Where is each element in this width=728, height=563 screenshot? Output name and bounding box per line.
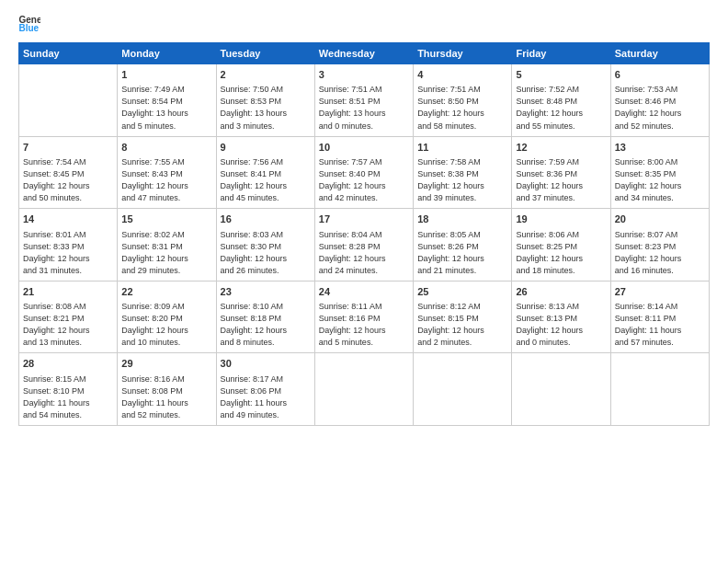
weekday-header-friday: Friday [512,43,610,64]
day-number: 2 [221,68,311,82]
calendar-cell: 21Sunrise: 8:08 AM Sunset: 8:21 PM Dayli… [19,281,118,353]
day-number: 29 [121,357,211,371]
day-info: Sunrise: 8:05 AM Sunset: 8:26 PM Dayligh… [417,229,507,277]
day-info: Sunrise: 8:02 AM Sunset: 8:31 PM Dayligh… [121,229,211,277]
calendar-cell: 11Sunrise: 7:58 AM Sunset: 8:38 PM Dayli… [414,136,512,209]
week-row-5: 28Sunrise: 8:15 AM Sunset: 8:10 PM Dayli… [19,353,710,426]
calendar-cell [512,353,610,426]
day-number: 12 [516,141,606,155]
calendar-cell: 23Sunrise: 8:10 AM Sunset: 8:18 PM Dayli… [216,281,314,353]
day-number: 6 [615,68,705,82]
calendar-cell: 27Sunrise: 8:14 AM Sunset: 8:11 PM Dayli… [610,281,709,353]
weekday-header-wednesday: Wednesday [314,43,413,64]
calendar-cell: 19Sunrise: 8:06 AM Sunset: 8:25 PM Dayli… [512,209,610,282]
calendar-cell: 25Sunrise: 8:12 AM Sunset: 8:15 PM Dayli… [414,281,512,353]
day-info: Sunrise: 8:16 AM Sunset: 8:08 PM Dayligh… [121,373,211,421]
day-number: 10 [319,141,409,155]
calendar-cell: 17Sunrise: 8:04 AM Sunset: 8:28 PM Dayli… [314,209,413,282]
weekday-header-sunday: Sunday [19,43,118,64]
day-info: Sunrise: 8:01 AM Sunset: 8:33 PM Dayligh… [23,229,113,277]
day-info: Sunrise: 8:06 AM Sunset: 8:25 PM Dayligh… [516,229,606,277]
header-row: SundayMondayTuesdayWednesdayThursdayFrid… [19,43,710,64]
day-info: Sunrise: 7:57 AM Sunset: 8:40 PM Dayligh… [319,156,409,204]
day-number: 7 [23,141,113,155]
day-info: Sunrise: 8:04 AM Sunset: 8:28 PM Dayligh… [319,229,409,277]
day-info: Sunrise: 8:08 AM Sunset: 8:21 PM Dayligh… [23,301,113,349]
calendar-cell: 20Sunrise: 8:07 AM Sunset: 8:23 PM Dayli… [610,209,709,282]
calendar-cell: 14Sunrise: 8:01 AM Sunset: 8:33 PM Dayli… [19,209,118,282]
calendar-cell: 24Sunrise: 8:11 AM Sunset: 8:16 PM Dayli… [314,281,413,353]
day-info: Sunrise: 7:55 AM Sunset: 8:43 PM Dayligh… [121,156,211,204]
day-number: 26 [516,285,606,299]
calendar-cell: 13Sunrise: 8:00 AM Sunset: 8:35 PM Dayli… [610,136,709,209]
calendar-cell: 29Sunrise: 8:16 AM Sunset: 8:08 PM Dayli… [118,353,216,426]
logo-icon: General Blue [18,15,40,33]
calendar-cell: 26Sunrise: 8:13 AM Sunset: 8:13 PM Dayli… [512,281,610,353]
day-number: 15 [121,213,211,226]
day-number: 16 [221,213,311,226]
week-row-2: 7Sunrise: 7:54 AM Sunset: 8:45 PM Daylig… [19,136,710,209]
day-number: 4 [417,68,507,82]
calendar-cell: 2Sunrise: 7:50 AM Sunset: 8:53 PM Daylig… [216,64,314,137]
calendar-cell: 15Sunrise: 8:02 AM Sunset: 8:31 PM Dayli… [118,209,216,282]
day-number: 23 [221,285,311,299]
day-info: Sunrise: 7:54 AM Sunset: 8:45 PM Dayligh… [23,156,113,204]
calendar-page: General Blue SundayMondayTuesdayWednesda… [0,0,728,563]
calendar-cell: 8Sunrise: 7:55 AM Sunset: 8:43 PM Daylig… [118,136,216,209]
calendar-cell: 12Sunrise: 7:59 AM Sunset: 8:36 PM Dayli… [512,136,610,209]
day-number: 30 [221,357,311,371]
day-number: 28 [23,357,113,371]
day-number: 14 [23,213,113,226]
weekday-header-saturday: Saturday [610,43,709,64]
svg-text:Blue: Blue [18,23,39,33]
day-info: Sunrise: 7:59 AM Sunset: 8:36 PM Dayligh… [516,156,606,204]
day-number: 3 [319,68,409,82]
day-info: Sunrise: 7:51 AM Sunset: 8:50 PM Dayligh… [417,84,507,132]
day-info: Sunrise: 7:52 AM Sunset: 8:48 PM Dayligh… [516,84,606,132]
day-info: Sunrise: 8:09 AM Sunset: 8:20 PM Dayligh… [121,301,211,349]
day-number: 18 [417,213,507,226]
day-number: 17 [319,213,409,226]
calendar-cell: 6Sunrise: 7:53 AM Sunset: 8:46 PM Daylig… [610,64,709,137]
day-info: Sunrise: 8:17 AM Sunset: 8:06 PM Dayligh… [221,373,311,421]
day-number: 11 [417,141,507,155]
day-number: 19 [516,213,606,226]
week-row-3: 14Sunrise: 8:01 AM Sunset: 8:33 PM Dayli… [19,209,710,282]
calendar-cell: 7Sunrise: 7:54 AM Sunset: 8:45 PM Daylig… [19,136,118,209]
day-number: 8 [121,141,211,155]
day-number: 22 [121,285,211,299]
day-number: 5 [516,68,606,82]
day-info: Sunrise: 7:56 AM Sunset: 8:41 PM Dayligh… [221,156,311,204]
day-info: Sunrise: 8:10 AM Sunset: 8:18 PM Dayligh… [221,301,311,349]
header: General Blue [18,15,710,33]
day-number: 9 [221,141,311,155]
day-info: Sunrise: 7:49 AM Sunset: 8:54 PM Dayligh… [121,84,211,132]
day-info: Sunrise: 8:07 AM Sunset: 8:23 PM Dayligh… [615,229,705,277]
day-info: Sunrise: 8:14 AM Sunset: 8:11 PM Dayligh… [615,301,705,349]
calendar-cell: 30Sunrise: 8:17 AM Sunset: 8:06 PM Dayli… [216,353,314,426]
calendar-table: SundayMondayTuesdayWednesdayThursdayFrid… [18,42,710,426]
week-row-4: 21Sunrise: 8:08 AM Sunset: 8:21 PM Dayli… [19,281,710,353]
calendar-cell: 22Sunrise: 8:09 AM Sunset: 8:20 PM Dayli… [118,281,216,353]
day-info: Sunrise: 8:00 AM Sunset: 8:35 PM Dayligh… [615,156,705,204]
calendar-cell: 10Sunrise: 7:57 AM Sunset: 8:40 PM Dayli… [314,136,413,209]
day-info: Sunrise: 7:50 AM Sunset: 8:53 PM Dayligh… [221,84,311,132]
calendar-cell: 5Sunrise: 7:52 AM Sunset: 8:48 PM Daylig… [512,64,610,137]
calendar-cell [314,353,413,426]
calendar-cell [610,353,709,426]
calendar-cell: 4Sunrise: 7:51 AM Sunset: 8:50 PM Daylig… [414,64,512,137]
day-info: Sunrise: 7:58 AM Sunset: 8:38 PM Dayligh… [417,156,507,204]
weekday-header-tuesday: Tuesday [216,43,314,64]
day-number: 27 [615,285,705,299]
day-info: Sunrise: 8:13 AM Sunset: 8:13 PM Dayligh… [516,301,606,349]
day-info: Sunrise: 8:03 AM Sunset: 8:30 PM Dayligh… [221,229,311,277]
day-info: Sunrise: 8:15 AM Sunset: 8:10 PM Dayligh… [23,373,113,421]
day-info: Sunrise: 7:53 AM Sunset: 8:46 PM Dayligh… [615,84,705,132]
calendar-cell: 9Sunrise: 7:56 AM Sunset: 8:41 PM Daylig… [216,136,314,209]
day-number: 1 [121,68,211,82]
calendar-cell [19,64,118,137]
calendar-cell: 18Sunrise: 8:05 AM Sunset: 8:26 PM Dayli… [414,209,512,282]
weekday-header-thursday: Thursday [414,43,512,64]
day-number: 20 [615,213,705,226]
calendar-cell [414,353,512,426]
